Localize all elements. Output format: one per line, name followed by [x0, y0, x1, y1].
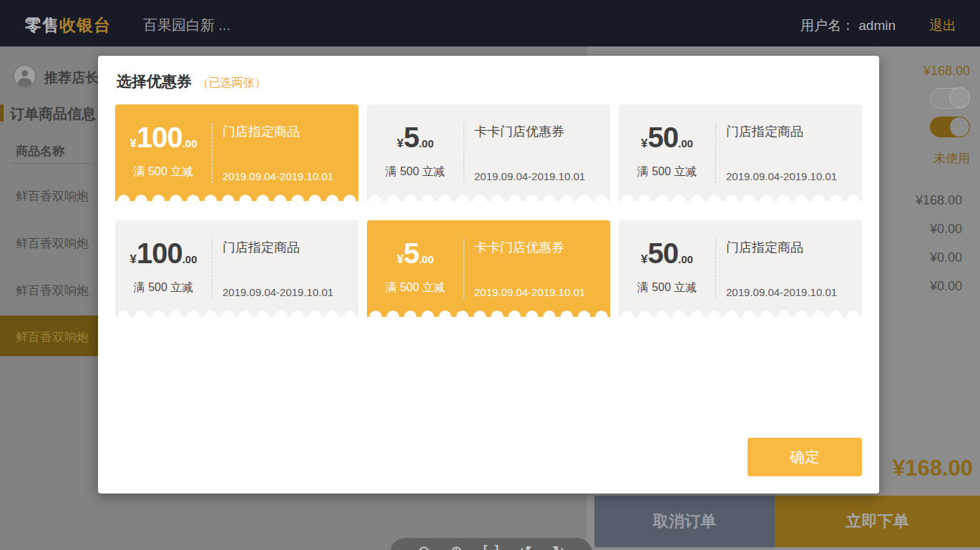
coupon-amount-text: ¥168.00 — [923, 64, 970, 79]
coupon-title: 门店指定商品 — [222, 239, 300, 256]
ticket-edge — [367, 192, 610, 201]
username-text: 用户名： admin — [800, 16, 896, 35]
coupon-title: 门店指定商品 — [222, 123, 300, 140]
price-row: ¥168.00 — [916, 193, 962, 208]
coupon-date: 2019.09.04-2019.10.01 — [222, 170, 333, 182]
screen: 零售收银台 百果园白新 ... 用户名： admin 退出 推荐店长 订单商品信… — [0, 0, 980, 550]
order-info-title: 订单商品信息 — [10, 104, 96, 124]
coupon-date: 2019.09.04-2019.10.01 — [222, 286, 333, 298]
person-icon — [21, 70, 28, 77]
coupon-modal: 选择优惠券（已选两张） ¥100.00 满 500 立减 门店指定商品 2019… — [98, 56, 879, 493]
coupon-title: 门店指定商品 — [726, 239, 803, 256]
zoom-out-icon[interactable]: ⊖ — [418, 544, 431, 550]
coupon-amount: ¥50.00 — [619, 237, 715, 270]
rotate-right-icon[interactable]: ↻ — [552, 544, 565, 550]
coupon-date: 2019.09.04-2019.10.01 — [726, 286, 837, 298]
coupon-title: 卡卡门店优惠券 — [474, 239, 564, 256]
coupon-date: 2019.09.04-2019.10.01 — [474, 170, 585, 182]
cancel-order-button[interactable]: 取消订单 — [594, 496, 775, 547]
coupon-card-100-selected[interactable]: ¥100.00 满 500 立减 门店指定商品 2019.09.04-2019.… — [115, 104, 358, 201]
coupon-condition: 满 500 立减 — [367, 164, 464, 180]
ticket-edge — [367, 308, 610, 317]
username-value: admin — [858, 18, 896, 33]
avatar — [13, 64, 36, 88]
app-title-primary: 零售 — [25, 16, 59, 34]
product-name-header: 商品名称 — [16, 143, 64, 159]
coupon-card-50-b[interactable]: ¥50.00 满 500 立减 门店指定商品 2019.09.04-2019.1… — [619, 220, 862, 317]
confirm-button[interactable]: 确定 — [748, 438, 862, 476]
price-row: ¥0.00 — [930, 222, 962, 237]
ticket-edge — [619, 308, 862, 317]
app-title-accent: 收银台 — [59, 16, 111, 34]
coupon-date: 2019.09.04-2019.10.01 — [726, 170, 837, 182]
coupon-condition: 满 500 立减 — [367, 280, 464, 295]
divider — [715, 123, 716, 183]
unused-label: 未使用 — [934, 150, 970, 167]
divider — [715, 239, 716, 299]
coupon-condition: 满 500 立减 — [619, 164, 715, 180]
order-total: ¥168.00 — [893, 456, 973, 481]
app-title: 零售收银台 — [25, 14, 111, 36]
price-row: ¥0.00 — [930, 250, 962, 265]
toggle-knob — [949, 117, 970, 137]
image-viewer-toolbar: ⊖ ⊕ [ ] ↺ ↻ — [390, 538, 592, 550]
coupon-card-5[interactable]: ¥5.00 满 500 立减 卡卡门店优惠券 2019.09.04-2019.1… — [367, 104, 610, 201]
coupon-condition: 满 500 立减 — [115, 164, 212, 180]
coupon-amount: ¥100.00 — [115, 237, 212, 270]
product-row[interactable]: 鲜百香双响炮 — [16, 235, 89, 252]
recommend-clerk-label: 推荐店长 — [44, 69, 99, 87]
toggle-knob — [949, 87, 970, 108]
coupon-grid: ¥100.00 满 500 立减 门店指定商品 2019.09.04-2019.… — [115, 104, 862, 317]
toggle-off[interactable] — [930, 88, 970, 109]
ticket-edge — [115, 308, 358, 317]
coupon-card-100[interactable]: ¥100.00 满 500 立减 门店指定商品 2019.09.04-2019.… — [115, 220, 358, 317]
place-order-button[interactable]: 立即下单 — [775, 496, 980, 547]
store-name: 百果园白新 ... — [143, 16, 230, 35]
divider — [212, 239, 212, 299]
coupon-amount: ¥5.00 — [367, 237, 464, 270]
app-header: 零售收银台 百果园白新 ... 用户名： admin 退出 — [0, 0, 980, 46]
ticket-edge — [619, 192, 862, 201]
coupon-amount: ¥50.00 — [619, 122, 715, 154]
logout-button[interactable]: 退出 — [929, 16, 956, 35]
coupon-title: 卡卡门店优惠券 — [474, 123, 564, 140]
toggle-on[interactable] — [930, 117, 970, 137]
ticket-edge — [115, 192, 358, 201]
modal-subtitle: （已选两张） — [197, 77, 266, 89]
product-row[interactable]: 鲜百香双响炮 — [16, 188, 89, 205]
section-marker — [0, 104, 4, 122]
product-row-label: 鲜百香双响炮 — [16, 329, 89, 345]
coupon-card-50[interactable]: ¥50.00 满 500 立减 门店指定商品 2019.09.04-2019.1… — [619, 104, 862, 201]
original-size-icon[interactable]: [ ] — [483, 544, 499, 550]
divider — [464, 123, 464, 183]
zoom-in-icon[interactable]: ⊕ — [450, 544, 463, 550]
coupon-amount: ¥5.00 — [367, 122, 464, 154]
coupon-card-5-selected[interactable]: ¥5.00 满 500 立减 卡卡门店优惠券 2019.09.04-2019.1… — [367, 220, 610, 317]
modal-title-text: 选择优惠券 — [117, 73, 192, 89]
product-row[interactable]: 鲜百香双响炮 — [16, 283, 89, 299]
coupon-title: 门店指定商品 — [726, 123, 803, 140]
divider — [212, 123, 212, 183]
coupon-date: 2019.09.04-2019.10.01 — [474, 286, 585, 298]
coupon-condition: 满 500 立减 — [115, 280, 212, 295]
rotate-left-icon[interactable]: ↺ — [519, 544, 532, 550]
username-label: 用户名： — [800, 18, 855, 33]
modal-title: 选择优惠券（已选两张） — [117, 72, 266, 92]
price-row: ¥0.00 — [930, 279, 962, 294]
coupon-amount: ¥100.00 — [115, 122, 212, 154]
divider — [464, 239, 464, 299]
coupon-condition: 满 500 立减 — [619, 280, 715, 295]
